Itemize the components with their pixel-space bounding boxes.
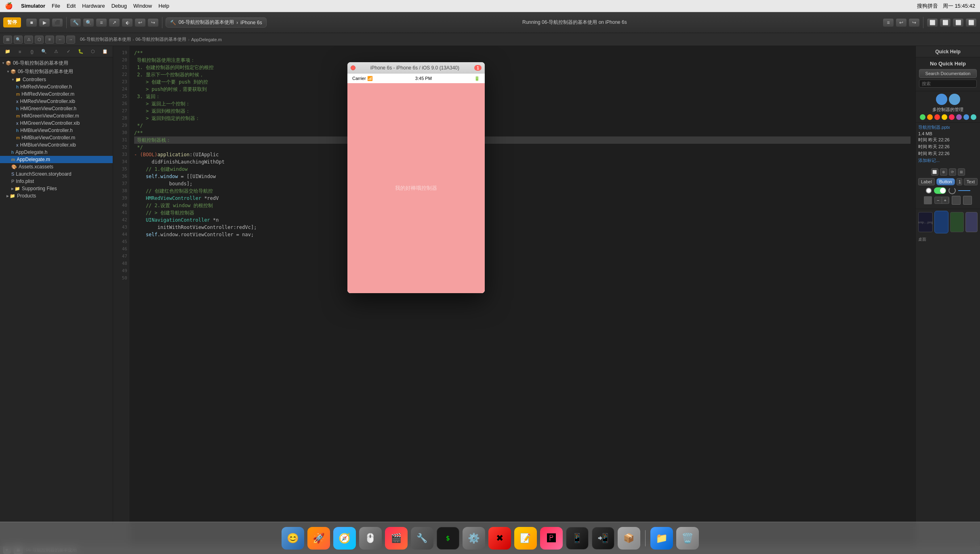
file-item-hmgreen-m[interactable]: m HMGreenViewController.m	[0, 112, 113, 120]
dock-item-sysprefs[interactable]: ⚙️	[463, 527, 485, 550]
file-item-launchscreen[interactable]: S LaunchScreen.storyboard	[0, 170, 113, 178]
line-element[interactable]	[958, 190, 970, 191]
file-item-hmred-h[interactable]: h HMRedViewController.h	[0, 83, 113, 90]
analyze-button[interactable]: 🔍	[83, 18, 94, 27]
dock-item-terminal[interactable]: $	[437, 527, 459, 550]
slider-element[interactable]	[926, 188, 932, 193]
file-item-root[interactable]: ▼ 📦 06-导航控制器的基本使用	[0, 59, 113, 67]
dock-item-launchpad[interactable]: 🚀	[307, 527, 330, 550]
search-input[interactable]	[919, 80, 977, 88]
layout-btn-3[interactable]: ⬜	[953, 18, 964, 27]
dock-item-mouse[interactable]: 🖱️	[359, 527, 382, 550]
file-item-products[interactable]: ▶ 📁 Products	[0, 192, 113, 199]
dock-item-xmind[interactable]: ✖	[488, 527, 511, 550]
nav-test-icon[interactable]: ✓	[65, 48, 73, 56]
nav-icons-btn[interactable]: ⊞	[3, 36, 12, 44]
stepper-element[interactable]: 1 2	[957, 178, 962, 185]
dock-item-notes[interactable]: 📝	[514, 527, 537, 550]
color-dot-green[interactable]	[920, 114, 925, 120]
nav-source-icon[interactable]: ≡	[16, 48, 24, 56]
file-item-group[interactable]: ▼ 📦 06-导航控制器的基本使用	[0, 67, 113, 76]
nav-search-btn[interactable]: 🔍	[14, 36, 23, 44]
code-content[interactable]: /** 导航控制器使用注意事项： 1. 创建控制器的同时指定它的根控 2. 显示…	[129, 46, 915, 545]
archive-button[interactable]: ↗	[109, 18, 120, 27]
thumbnail-3[interactable]	[950, 212, 964, 232]
grid2-element[interactable]	[963, 196, 972, 205]
ctrl-icon-1[interactable]: ⬜	[931, 168, 938, 176]
clean-button[interactable]: ⬖	[122, 18, 133, 27]
stepper-left[interactable]: 1	[957, 178, 962, 185]
file-item-info-plist[interactable]: P Info.plist	[0, 178, 113, 185]
menu-file[interactable]: File	[52, 3, 60, 9]
nav-bp-icon[interactable]: ⬡	[89, 48, 97, 56]
color-dot-teal[interactable]	[971, 114, 976, 120]
color-dot-orange[interactable]	[927, 114, 933, 120]
file-item-hmblue-m[interactable]: m HMBlueViewController.m	[0, 134, 113, 141]
stepper2-minus[interactable]: −	[935, 197, 942, 204]
toggle-element[interactable]	[934, 187, 946, 194]
nav-find-icon[interactable]: 🔍	[40, 48, 48, 56]
file-item-hmblue-xib[interactable]: x HMBlueViewController.xib	[0, 141, 113, 149]
layout-btn-1[interactable]: ⬜	[927, 18, 938, 27]
nav-breakpoints-btn[interactable]: ⬡	[35, 36, 44, 44]
ctrl-icon-3[interactable]: ⟳	[949, 168, 956, 176]
file-item-hmgreen-xib[interactable]: x HMGreenViewController.xib	[0, 120, 113, 127]
editor-btn-3[interactable]: ↪	[908, 18, 920, 27]
editor-btn-1[interactable]: ≡	[883, 18, 894, 27]
nav-warn-icon[interactable]: ⚠	[52, 48, 60, 56]
text-element[interactable]: Text	[964, 178, 978, 185]
dock-item-wrench[interactable]: 🔧	[411, 527, 433, 550]
color-dot-yellow[interactable]	[942, 114, 947, 120]
color-dot-red[interactable]	[934, 114, 940, 120]
menu-simulator[interactable]: Simulator	[21, 3, 45, 9]
dock-item-finder[interactable]: 😊	[282, 527, 304, 550]
nav-symbol-icon[interactable]: {}	[28, 48, 36, 56]
dock-item-phone2[interactable]: 📲	[592, 527, 614, 550]
menu-hardware[interactable]: Hardware	[82, 3, 105, 9]
file-item-hmred-m[interactable]: m HMRedViewController.m	[0, 90, 113, 98]
nav-debug-nav-icon[interactable]: 🐛	[77, 48, 85, 56]
menu-help[interactable]: Help	[158, 3, 169, 9]
breadcrumb-item-1[interactable]: 06-导航控制器的基本使用	[80, 36, 131, 42]
nav-warnings-btn[interactable]: ⚠	[24, 36, 33, 44]
test-button[interactable]: ≡	[96, 18, 107, 27]
label-element[interactable]: Label	[918, 178, 935, 185]
file-item-assets[interactable]: 🎨 Assets.xcassets	[0, 163, 113, 170]
stepper2-plus[interactable]: +	[942, 197, 949, 204]
editor-btn-2[interactable]: ↩	[896, 18, 907, 27]
color-dot-pink[interactable]	[949, 114, 955, 120]
color-dot-blue[interactable]	[963, 114, 969, 120]
file-item-hmgreen-h[interactable]: h HMGreenViewController.h	[0, 105, 113, 112]
dock-item-media[interactable]: 🎬	[385, 527, 408, 550]
profile-button[interactable]: 🔧	[70, 18, 81, 27]
grid1-element[interactable]	[952, 196, 961, 205]
nav-back2-btn[interactable]: ←	[56, 36, 65, 44]
nav-fwd2-btn[interactable]: →	[66, 36, 75, 44]
nav-folder-icon[interactable]: 📁	[4, 48, 12, 56]
search-documentation-button[interactable]: Search Documentation	[919, 69, 977, 78]
file-item-appdelegate-h[interactable]: h AppDelegate.h	[0, 149, 113, 156]
dock-item-phone[interactable]: 📱	[566, 527, 589, 550]
breadcrumb-item-2[interactable]: 06-导航控制器的基本使用	[136, 36, 187, 42]
add-tag-link[interactable]: 添加标记...	[918, 157, 978, 164]
color-dot-purple[interactable]	[956, 114, 962, 120]
layout-btn-4[interactable]: ⬜	[965, 18, 977, 27]
spinner-element[interactable]	[948, 187, 956, 194]
nav-report-icon[interactable]: 📋	[101, 48, 109, 56]
nav-fwd-button[interactable]: ↪	[147, 18, 159, 27]
square-element[interactable]	[924, 196, 932, 204]
sim-close-button[interactable]	[351, 65, 355, 70]
file-item-supporting[interactable]: ▶ 📁 Supporting Files	[0, 185, 113, 192]
file-item-appdelegate-m[interactable]: m AppDelegate.m	[0, 156, 113, 163]
thumbnail-4[interactable]	[965, 212, 978, 232]
ctrl-icon-2[interactable]: ⊕	[940, 168, 947, 176]
stop-button[interactable]: ■	[26, 18, 37, 27]
pause-button[interactable]: 暂停	[3, 17, 21, 27]
dock-item-pocket[interactable]: 🅿	[540, 527, 563, 550]
menu-edit[interactable]: Edit	[67, 3, 76, 9]
menu-debug[interactable]: Debug	[111, 3, 127, 9]
breadcrumb-item-3[interactable]: AppDelegate.m	[191, 37, 222, 42]
dock-item-trash[interactable]: 🗑️	[676, 527, 699, 550]
menu-window[interactable]: Window	[133, 3, 152, 9]
file-item-hmred-xib[interactable]: x HMRedViewController.xib	[0, 98, 113, 105]
